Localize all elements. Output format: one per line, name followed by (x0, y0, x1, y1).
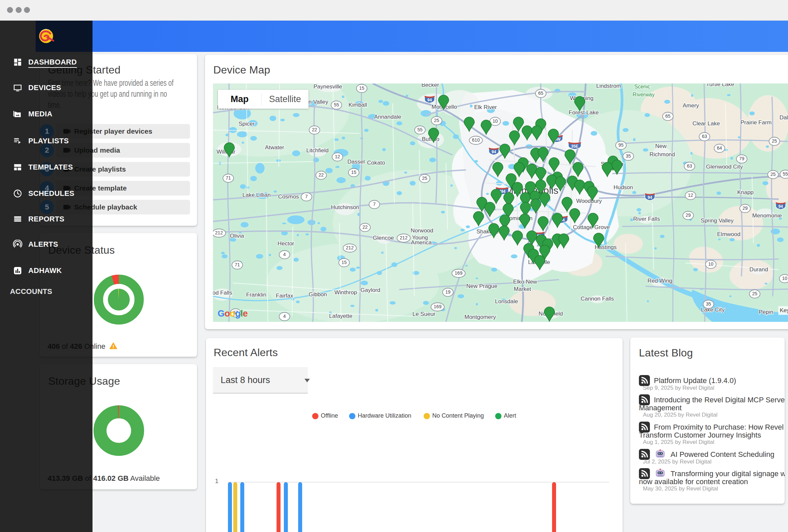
svg-text:Cokato: Cokato (367, 160, 385, 166)
svg-text:25: 25 (434, 118, 439, 123)
svg-text:Elk River: Elk River (474, 104, 497, 110)
svg-text:Elko New: Elko New (513, 279, 537, 285)
svg-text:55: 55 (783, 171, 788, 177)
svg-text:55: 55 (417, 127, 422, 132)
svg-text:Olivia: Olivia (230, 233, 244, 239)
svg-text:212: 212 (346, 245, 354, 250)
svg-text:Gibbon: Gibbon (309, 291, 327, 298)
svg-text:Red Wing: Red Wing (648, 278, 672, 284)
svg-text:en Valley: en Valley (306, 99, 329, 105)
svg-text:Glenwood City: Glenwood City (706, 164, 743, 170)
svg-text:35: 35 (706, 301, 711, 307)
svg-text:29: 29 (743, 205, 748, 211)
svg-text:Prairie Farm: Prairie Farm (741, 119, 772, 126)
svg-text:Fairfax: Fairfax (276, 293, 293, 299)
svg-text:4: 4 (283, 252, 286, 257)
svg-text:Glencoe: Glencoe (373, 235, 394, 241)
svg-text:New: New (655, 143, 667, 149)
svg-text:Becker: Becker (421, 83, 439, 88)
svg-text:22: 22 (312, 127, 317, 132)
svg-text:22: 22 (318, 172, 324, 178)
svg-text:Dallas: Dallas (779, 115, 788, 121)
svg-text:Forest Lake: Forest Lake (569, 109, 599, 116)
svg-text:Paynesville: Paynesville (313, 83, 342, 90)
svg-text:Gaylord: Gaylord (360, 287, 380, 293)
svg-text:35E: 35E (571, 144, 578, 149)
svg-text:Winthrop: Winthrop (334, 289, 357, 295)
svg-text:Richmond: Richmond (650, 151, 675, 158)
svg-text:25: 25 (752, 291, 757, 296)
svg-text:Hector: Hector (278, 240, 294, 247)
svg-text:Atwater: Atwater (265, 144, 284, 151)
svg-text:Franklin: Franklin (246, 292, 266, 298)
svg-text:Lake Lillian: Lake Lillian (242, 192, 271, 198)
svg-text:Le Sueur: Le Sueur (413, 311, 436, 317)
svg-text:19: 19 (445, 289, 451, 294)
svg-text:Lonsdale: Lonsdale (495, 298, 518, 305)
svg-text:95: 95 (618, 142, 624, 148)
svg-text:7: 7 (305, 194, 308, 199)
svg-text:Lafayette: Lafayette (329, 313, 352, 319)
svg-text:25: 25 (772, 138, 777, 144)
svg-text:610: 610 (472, 137, 480, 143)
svg-text:94: 94 (427, 98, 432, 102)
svg-text:55: 55 (334, 102, 339, 107)
svg-text:12: 12 (688, 192, 693, 198)
svg-text:Cottage Grove: Cottage Grove (573, 224, 610, 230)
svg-text:10: 10 (492, 118, 498, 124)
svg-text:Turtle Lake: Turtle Lake (706, 83, 734, 87)
svg-text:Cannon Falls: Cannon Falls (581, 295, 614, 302)
svg-text:169: 169 (455, 270, 462, 275)
svg-text:Annandale: Annandale (374, 114, 401, 120)
svg-text:25: 25 (770, 171, 776, 177)
svg-text:63: 63 (702, 134, 707, 139)
svg-text:Litchfield: Litchfield (306, 147, 329, 154)
svg-text:Woodbury: Woodbury (576, 198, 602, 204)
svg-text:63: 63 (687, 163, 692, 168)
svg-text:Dassel: Dassel (348, 159, 365, 165)
svg-text:4: 4 (283, 313, 286, 319)
svg-text:New Prague: New Prague (466, 283, 497, 289)
svg-text:15: 15 (351, 169, 356, 175)
svg-text:15: 15 (359, 85, 365, 91)
svg-text:Montgomery: Montgomery (465, 314, 496, 320)
svg-text:Amery: Amery (683, 102, 699, 109)
svg-text:Riverway: Riverway (633, 92, 654, 98)
svg-text:Knapp: Knapp (737, 189, 753, 196)
svg-text:Menomonie: Menomonie (752, 212, 782, 219)
svg-text:Hutchinson: Hutchinson (331, 204, 359, 210)
svg-text:15: 15 (341, 260, 347, 265)
svg-text:Market: Market (514, 286, 531, 292)
svg-text:od Falls: od Falls (213, 290, 232, 296)
svg-text:94: 94 (648, 195, 652, 200)
svg-text:Spring Valley: Spring Valley (701, 218, 734, 224)
svg-text:10: 10 (708, 261, 713, 267)
svg-text:Lake City: Lake City (701, 307, 725, 313)
svg-text:Spicer: Spicer (239, 121, 255, 127)
svg-text:79: 79 (739, 156, 744, 161)
svg-text:212: 212 (400, 235, 408, 240)
svg-text:212: 212 (215, 230, 223, 236)
svg-text:65: 65 (538, 90, 544, 96)
svg-text:Norwood: Norwood (411, 227, 433, 234)
svg-text:22: 22 (362, 224, 368, 230)
svg-text:7: 7 (373, 202, 376, 207)
svg-text:94: 94 (492, 150, 496, 154)
svg-text:169: 169 (434, 304, 441, 309)
svg-text:Kimball: Kimball (349, 102, 367, 108)
svg-text:64: 64 (717, 145, 722, 151)
svg-text:35: 35 (626, 153, 631, 159)
svg-text:71: 71 (235, 262, 240, 267)
svg-text:Lindstrom: Lindstrom (596, 83, 621, 89)
svg-text:Hudson: Hudson (614, 184, 633, 190)
svg-text:29: 29 (686, 212, 691, 218)
svg-text:Clear Lake: Clear Lake (692, 120, 720, 127)
svg-text:94: 94 (779, 204, 783, 209)
svg-text:12: 12 (335, 154, 340, 159)
svg-text:America: America (411, 239, 432, 246)
svg-text:10: 10 (782, 275, 787, 281)
svg-text:Scenic: Scenic (634, 84, 650, 89)
svg-text:Cosmos: Cosmos (278, 193, 299, 200)
svg-text:65: 65 (665, 114, 671, 119)
svg-text:River Falls: River Falls (633, 216, 660, 222)
